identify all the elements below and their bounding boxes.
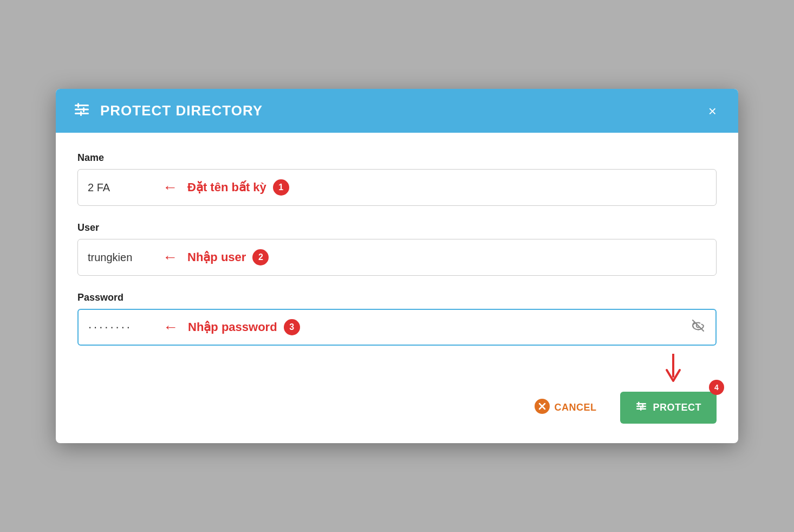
cancel-label: CANCEL: [554, 402, 596, 413]
svg-rect-1: [75, 109, 89, 111]
svg-rect-5: [80, 111, 82, 116]
password-field-group: Password ········ ← Nhập password 3: [77, 292, 717, 346]
svg-rect-4: [83, 107, 84, 112]
cancel-button[interactable]: CANCEL: [522, 391, 609, 424]
svg-rect-11: [642, 404, 644, 408]
protect-step-badge: 4: [709, 380, 724, 395]
user-arrow-icon: ←: [162, 249, 178, 266]
overlay: PROTECT DIRECTORY × Name 2 FA ← Đặt tên …: [0, 0, 794, 532]
password-badge: 3: [284, 319, 300, 335]
user-label: User: [77, 222, 717, 233]
user-value: trungkien: [88, 251, 153, 264]
name-badge: 1: [273, 179, 289, 196]
password-value: ········: [88, 320, 153, 334]
svg-rect-10: [638, 401, 640, 405]
name-annotation: Đặt tên bất kỳ: [187, 180, 266, 194]
protect-button[interactable]: PROTECT: [620, 392, 717, 424]
password-arrow-icon: ←: [163, 319, 178, 336]
eye-off-icon[interactable]: [691, 318, 706, 336]
cancel-icon: [535, 399, 550, 416]
protect-area: 4 PROTECT: [620, 392, 717, 424]
dialog-header: PROTECT DIRECTORY ×: [56, 89, 738, 133]
protect-sliders-icon: [635, 400, 647, 415]
svg-rect-0: [75, 105, 89, 106]
dialog-title: PROTECT DIRECTORY: [100, 102, 704, 119]
password-annotation: Nhập password: [188, 320, 277, 334]
sliders-icon: [73, 101, 90, 121]
svg-rect-7: [636, 403, 646, 405]
user-badge: 2: [252, 249, 269, 265]
svg-rect-8: [636, 405, 646, 407]
svg-rect-12: [640, 407, 642, 411]
name-arrow-icon: ←: [162, 179, 178, 196]
dialog-body: Name 2 FA ← Đặt tên bất kỳ 1 User trungk…: [56, 133, 738, 381]
user-input-row[interactable]: trungkien ← Nhập user 2: [77, 239, 717, 276]
name-input-row[interactable]: 2 FA ← Đặt tên bất kỳ 1: [77, 169, 717, 206]
name-field-group: Name 2 FA ← Đặt tên bất kỳ 1: [77, 152, 717, 206]
user-field-group: User trungkien ← Nhập user 2: [77, 222, 717, 276]
protect-label: PROTECT: [653, 402, 701, 413]
dialog-footer: CANCEL 4: [56, 381, 738, 443]
password-label: Password: [77, 292, 717, 303]
name-label: Name: [77, 152, 717, 164]
svg-rect-3: [77, 103, 79, 108]
dialog: PROTECT DIRECTORY × Name 2 FA ← Đặt tên …: [56, 89, 738, 443]
name-value: 2 FA: [88, 181, 153, 194]
user-annotation: Nhập user: [187, 250, 246, 264]
close-button[interactable]: ×: [704, 102, 721, 120]
password-input-row[interactable]: ········ ← Nhập password 3: [77, 309, 717, 346]
